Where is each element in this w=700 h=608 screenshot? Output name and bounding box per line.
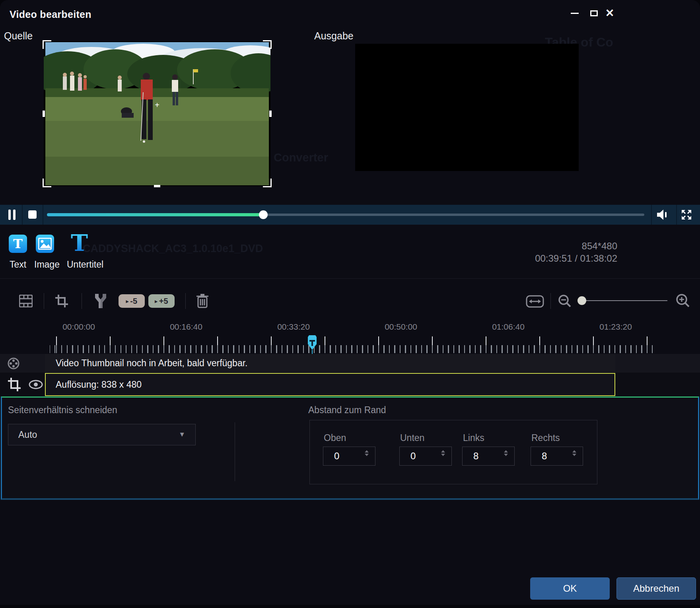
- background-artifact-text: CADDYSHACK_AC3_1.0.10e1_DVD: [83, 243, 263, 255]
- zoom-out-icon: [558, 294, 572, 308]
- crop-handle-left-mid[interactable]: [43, 111, 45, 117]
- aspect-ratio-dropdown[interactable]: Auto ▼: [8, 424, 196, 445]
- margin-top-label: Oben: [324, 433, 346, 443]
- time-readout: 00:39:51 / 01:38:02: [535, 252, 617, 264]
- crop-handle-bottom-left[interactable]: [43, 179, 51, 187]
- timeline-timestamp: 00:50:00: [385, 322, 417, 332]
- crop-settings-panel: Seitenverhältnis schneiden Auto ▼ Abstan…: [1, 396, 699, 500]
- close-icon: ✕: [605, 8, 614, 19]
- text-chip-icon: T: [13, 237, 23, 250]
- skip-back-5-button[interactable]: ▸-5: [119, 294, 145, 308]
- output-video-preview: [355, 44, 579, 171]
- edit-video-dialog: Table of Co CADDYSHACK_AC3_1.0.10e1_DVD …: [0, 0, 700, 605]
- minimize-button[interactable]: [568, 7, 581, 19]
- pause-icon: [13, 210, 16, 220]
- margin-top-input[interactable]: 0: [323, 447, 375, 466]
- crop-handle-top-left[interactable]: [43, 40, 51, 49]
- selected-crop-clip[interactable]: Auflösung: 838 x 480: [45, 373, 615, 396]
- divider: [676, 205, 677, 225]
- maximize-button[interactable]: [587, 7, 601, 19]
- background-artifact-text: Converter: [274, 151, 328, 164]
- subtitle-t-icon: T: [71, 229, 88, 256]
- crop-handle-bottom-right[interactable]: [263, 179, 272, 187]
- divider: [235, 422, 235, 481]
- margin-bottom-value: 0: [410, 451, 416, 462]
- ok-button[interactable]: OK: [530, 577, 610, 600]
- golf-scene-image: [44, 41, 270, 186]
- stop-button[interactable]: [28, 210, 37, 219]
- timeline-ruler-minor-ticks: [50, 345, 653, 353]
- crop-track-icon[interactable]: [7, 377, 21, 392]
- close-button[interactable]: ✕: [603, 7, 616, 19]
- volume-button[interactable]: [656, 209, 669, 221]
- thumbnail-notice: Video Thumbnail noch in Arbeit, bald ver…: [56, 358, 247, 369]
- divider: [22, 205, 23, 225]
- delete-button[interactable]: [196, 293, 209, 308]
- split-button[interactable]: [93, 293, 109, 309]
- crop-handle-right-mid[interactable]: [269, 111, 272, 117]
- play-triangle-icon: ▸: [155, 298, 158, 304]
- source-label: Quelle: [4, 30, 33, 42]
- margin-right-value: 8: [542, 451, 547, 462]
- volume-icon: [656, 209, 669, 221]
- stepper-arrows-icon[interactable]: [572, 450, 576, 456]
- margin-bottom-input[interactable]: 0: [399, 447, 452, 466]
- add-image-button[interactable]: [36, 235, 54, 253]
- add-text-label: Text: [10, 259, 26, 270]
- timeline-zoom-slider[interactable]: [581, 300, 667, 301]
- stepper-arrows-icon[interactable]: [365, 450, 369, 456]
- eye-icon[interactable]: [29, 380, 43, 389]
- margin-right-input[interactable]: 8: [531, 447, 583, 466]
- add-text-button[interactable]: T: [9, 235, 27, 253]
- add-subtitle-button[interactable]: T: [71, 231, 88, 254]
- timeline-zoom-thumb[interactable]: [578, 296, 586, 305]
- edit-toolbar: ▸-5 ▸+5: [0, 278, 700, 321]
- divider: [43, 205, 43, 225]
- zoom-out-button[interactable]: [558, 294, 572, 308]
- minimize-icon: [571, 13, 579, 14]
- crop-handle-bottom-mid[interactable]: [154, 185, 160, 187]
- play-triangle-icon: ▸: [126, 298, 129, 304]
- add-image-label: Image: [34, 259, 60, 270]
- margin-top-value: 0: [334, 451, 339, 462]
- aspect-ratio-heading: Seitenverhältnis schneiden: [8, 405, 117, 416]
- divider: [550, 293, 551, 309]
- playback-slider-thumb[interactable]: [259, 210, 268, 219]
- zoom-in-button[interactable]: [675, 293, 690, 308]
- timeline-timestamp: 00:16:40: [170, 322, 202, 332]
- margin-bottom-label: Unten: [400, 433, 424, 443]
- video-clip-bar[interactable]: Video Thumbnail noch in Arbeit, bald ver…: [45, 354, 615, 373]
- stepper-arrows-icon[interactable]: [504, 450, 508, 456]
- frames-button[interactable]: [19, 295, 33, 307]
- timeline-timestamp: 01:23:20: [599, 322, 632, 332]
- margin-heading: Abstand zum Rand: [308, 405, 386, 416]
- timeline-timestamp: 00:00:00: [62, 322, 95, 332]
- fit-timeline-button[interactable]: [526, 295, 544, 308]
- trash-icon: [196, 293, 209, 308]
- playback-track[interactable]: [263, 214, 644, 216]
- transport-bar: [0, 205, 700, 225]
- playback-progress[interactable]: [47, 213, 263, 216]
- zoom-in-icon: [675, 293, 690, 308]
- fullscreen-icon: [681, 209, 692, 220]
- add-subtitle-label: Untertitel: [67, 259, 103, 270]
- image-chip-icon: [38, 238, 52, 250]
- divider: [82, 293, 82, 309]
- aspect-ratio-value: Auto: [18, 429, 37, 440]
- crop-icon: [54, 294, 69, 308]
- maximize-icon: [590, 10, 598, 16]
- crop-handle-top-right[interactable]: [263, 40, 272, 49]
- cancel-button[interactable]: Abbrechen: [616, 577, 696, 600]
- margin-right-label: Rechts: [531, 433, 560, 443]
- timeline-timestamp: 00:33:20: [277, 322, 310, 332]
- video-track-row: Video Thumbnail noch in Arbeit, bald ver…: [0, 354, 700, 373]
- split-icon: [93, 293, 109, 309]
- margin-left-input[interactable]: 8: [462, 447, 515, 466]
- fullscreen-button[interactable]: [681, 209, 692, 220]
- crop-button[interactable]: [54, 294, 69, 308]
- skip-forward-5-button[interactable]: ▸+5: [148, 294, 175, 308]
- stepper-arrows-icon[interactable]: [441, 450, 445, 456]
- source-video-preview: +: [44, 41, 270, 186]
- film-frames-icon: [19, 295, 33, 307]
- skip-forward-label: +5: [159, 297, 168, 306]
